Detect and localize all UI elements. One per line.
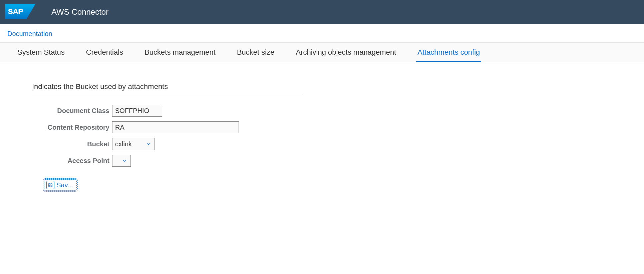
svg-text:SAP: SAP [8,7,23,16]
input-document-class[interactable] [112,105,162,117]
row-access-point: Access Point [32,155,612,167]
label-access-point: Access Point [32,157,112,165]
label-bucket: Bucket [32,140,112,148]
sap-logo: SAP [5,4,35,20]
label-content-repository: Content Repository [32,124,112,131]
chevron-down-icon [142,141,154,147]
save-button[interactable]: Sav... [44,179,77,191]
subheader: Documentation [0,24,644,43]
input-content-repository[interactable] [112,121,239,133]
content-area: Indicates the Bucket used by attachments… [0,62,644,204]
save-icon [46,181,54,189]
chevron-down-icon [118,158,130,164]
tab-archiving-objects[interactable]: Archiving objects management [294,43,397,62]
tab-bucket-size[interactable]: Bucket size [236,43,276,62]
row-bucket: Bucket cxlink [32,138,612,150]
documentation-link[interactable]: Documentation [7,30,52,37]
combo-bucket-value: cxlink [112,140,142,148]
label-document-class: Document Class [32,107,112,115]
row-document-class: Document Class [32,105,612,117]
row-content-repository: Content Repository [32,121,612,133]
tab-credentials[interactable]: Credentials [85,43,124,62]
save-button-label: Sav... [56,181,73,189]
combo-bucket[interactable]: cxlink [112,138,155,150]
app-header: SAP AWS Connector [0,0,644,24]
combo-access-point[interactable] [112,155,131,167]
section-title: Indicates the Bucket used by attachments [32,82,302,95]
tab-buckets-management[interactable]: Buckets management [143,43,217,62]
tab-bar: System Status Credentials Buckets manage… [0,43,644,62]
tab-system-status[interactable]: System Status [16,43,66,62]
tab-attachments-config[interactable]: Attachments config [416,43,481,62]
app-title: AWS Connector [51,7,108,17]
